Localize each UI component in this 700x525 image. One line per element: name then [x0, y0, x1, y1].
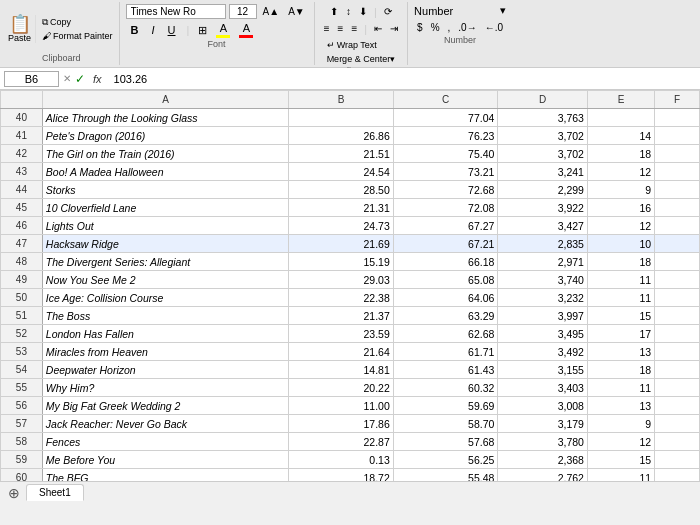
movie-title-cell[interactable]: Storks: [42, 181, 288, 199]
col-header-c[interactable]: C: [393, 91, 498, 109]
cell-b[interactable]: 21.69: [289, 235, 394, 253]
row-header[interactable]: 54: [1, 361, 43, 379]
cell-d[interactable]: 3,492: [498, 343, 588, 361]
indent-decrease-button[interactable]: ⇤: [371, 21, 385, 36]
movie-title-cell[interactable]: Ice Age: Collision Course: [42, 289, 288, 307]
cell-e[interactable]: [587, 109, 654, 127]
cell-b[interactable]: 24.73: [289, 217, 394, 235]
decrease-decimal-button[interactable]: ←.0: [482, 20, 506, 35]
cell-b[interactable]: 14.81: [289, 361, 394, 379]
movie-title-cell[interactable]: My Big Fat Greek Wedding 2: [42, 397, 288, 415]
cell-e[interactable]: 12: [587, 163, 654, 181]
cell-b[interactable]: 26.86: [289, 127, 394, 145]
copy-button[interactable]: ⧉ Copy: [40, 16, 115, 29]
cell-e[interactable]: 9: [587, 415, 654, 433]
cell-f[interactable]: [655, 109, 700, 127]
movie-title-cell[interactable]: Alice Through the Looking Glass: [42, 109, 288, 127]
col-header-e[interactable]: E: [587, 91, 654, 109]
row-header[interactable]: 51: [1, 307, 43, 325]
cell-d[interactable]: 3,740: [498, 271, 588, 289]
add-sheet-button[interactable]: ⊕: [4, 485, 24, 501]
movie-title-cell[interactable]: 10 Cloverfield Lane: [42, 199, 288, 217]
row-header[interactable]: 45: [1, 199, 43, 217]
underline-button[interactable]: U: [163, 22, 181, 38]
cell-f[interactable]: [655, 325, 700, 343]
cell-d[interactable]: 3,427: [498, 217, 588, 235]
cell-f[interactable]: [655, 145, 700, 163]
cell-e[interactable]: 12: [587, 433, 654, 451]
cell-c[interactable]: 56.25: [393, 451, 498, 469]
cell-reference-box[interactable]: [4, 71, 59, 87]
cell-d[interactable]: 3,179: [498, 415, 588, 433]
cell-b[interactable]: 23.59: [289, 325, 394, 343]
movie-title-cell[interactable]: London Has Fallen: [42, 325, 288, 343]
bold-button[interactable]: B: [126, 22, 144, 38]
movie-title-cell[interactable]: Me Before You: [42, 451, 288, 469]
cell-c[interactable]: 75.40: [393, 145, 498, 163]
cell-b[interactable]: 22.87: [289, 433, 394, 451]
font-name-input[interactable]: [126, 4, 226, 19]
cell-f[interactable]: [655, 235, 700, 253]
cell-b[interactable]: 24.54: [289, 163, 394, 181]
row-header[interactable]: 49: [1, 271, 43, 289]
border-button[interactable]: ⊞: [195, 23, 210, 38]
cell-d[interactable]: 3,922: [498, 199, 588, 217]
cell-d[interactable]: 3,997: [498, 307, 588, 325]
cell-f[interactable]: [655, 307, 700, 325]
sheet1-tab[interactable]: Sheet1: [26, 484, 84, 501]
cell-b[interactable]: [289, 109, 394, 127]
movie-title-cell[interactable]: Lights Out: [42, 217, 288, 235]
cell-f[interactable]: [655, 289, 700, 307]
movie-title-cell[interactable]: The Divergent Series: Allegiant: [42, 253, 288, 271]
cell-d[interactable]: 3,155: [498, 361, 588, 379]
row-header[interactable]: 53: [1, 343, 43, 361]
confirm-formula-button[interactable]: ✓: [75, 72, 85, 86]
row-header[interactable]: 43: [1, 163, 43, 181]
italic-button[interactable]: I: [147, 22, 160, 38]
movie-title-cell[interactable]: Hacksaw Ridge: [42, 235, 288, 253]
cell-f[interactable]: [655, 361, 700, 379]
cell-b[interactable]: 28.50: [289, 181, 394, 199]
movie-title-cell[interactable]: Why Him?: [42, 379, 288, 397]
cell-d[interactable]: 2,762: [498, 469, 588, 482]
comma-button[interactable]: ,: [445, 20, 454, 35]
cell-d[interactable]: 3,763: [498, 109, 588, 127]
cell-e[interactable]: 14: [587, 127, 654, 145]
col-header-a[interactable]: A: [42, 91, 288, 109]
cell-c[interactable]: 57.68: [393, 433, 498, 451]
movie-title-cell[interactable]: Miracles from Heaven: [42, 343, 288, 361]
cell-e[interactable]: 18: [587, 253, 654, 271]
align-left-button[interactable]: ≡: [321, 21, 333, 36]
cell-b[interactable]: 17.86: [289, 415, 394, 433]
cell-c[interactable]: 63.29: [393, 307, 498, 325]
row-header[interactable]: 59: [1, 451, 43, 469]
cell-e[interactable]: 15: [587, 451, 654, 469]
cell-f[interactable]: [655, 163, 700, 181]
movie-title-cell[interactable]: Deepwater Horizon: [42, 361, 288, 379]
cell-c[interactable]: 77.04: [393, 109, 498, 127]
cell-b[interactable]: 21.64: [289, 343, 394, 361]
col-header-b[interactable]: B: [289, 91, 394, 109]
cell-c[interactable]: 66.18: [393, 253, 498, 271]
row-header[interactable]: 60: [1, 469, 43, 482]
cell-b[interactable]: 18.72: [289, 469, 394, 482]
cell-c[interactable]: 65.08: [393, 271, 498, 289]
cell-b[interactable]: 29.03: [289, 271, 394, 289]
cell-d[interactable]: 3,241: [498, 163, 588, 181]
formula-input[interactable]: [110, 72, 696, 86]
font-size-input[interactable]: [229, 4, 257, 19]
col-header-f[interactable]: F: [655, 91, 700, 109]
movie-title-cell[interactable]: Now You See Me 2: [42, 271, 288, 289]
orientation-button[interactable]: ⟳: [381, 4, 395, 19]
col-header-d[interactable]: D: [498, 91, 588, 109]
cell-e[interactable]: 12: [587, 217, 654, 235]
movie-title-cell[interactable]: The BFG: [42, 469, 288, 482]
cell-c[interactable]: 73.21: [393, 163, 498, 181]
cell-d[interactable]: 2,299: [498, 181, 588, 199]
cell-d[interactable]: 3,702: [498, 127, 588, 145]
cell-c[interactable]: 76.23: [393, 127, 498, 145]
cell-f[interactable]: [655, 217, 700, 235]
fill-color-button[interactable]: A: [213, 21, 233, 39]
row-header[interactable]: 47: [1, 235, 43, 253]
cell-f[interactable]: [655, 451, 700, 469]
